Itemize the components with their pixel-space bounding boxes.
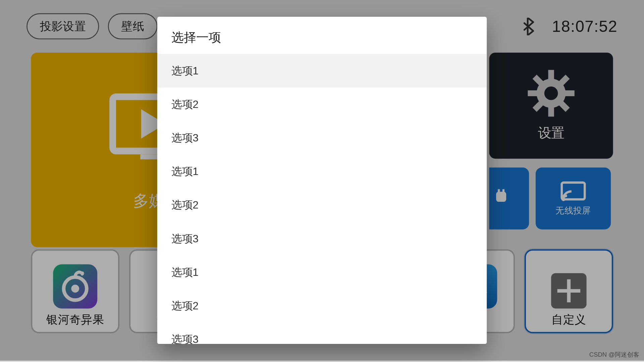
select-dialog: 选择一项 选项1 选项2 选项3 选项1 选项2 选项3 选项1 选项2 选项3: [157, 17, 487, 344]
dialog-item[interactable]: 选项1: [157, 255, 487, 289]
dialog-item[interactable]: 选项2: [157, 188, 487, 222]
dialog-item[interactable]: 选项3: [157, 222, 487, 255]
dialog-item[interactable]: 选项2: [157, 87, 487, 121]
dialog-item[interactable]: 选项2: [157, 289, 487, 322]
dialog-title: 选择一项: [157, 17, 487, 54]
dialog-item[interactable]: 选项3: [157, 323, 487, 344]
dialog-item[interactable]: 选项1: [157, 54, 487, 87]
dialog-list[interactable]: 选项1 选项2 选项3 选项1 选项2 选项3 选项1 选项2 选项3: [157, 54, 487, 344]
dialog-item[interactable]: 选项3: [157, 121, 487, 155]
dialog-item[interactable]: 选项1: [157, 155, 487, 188]
